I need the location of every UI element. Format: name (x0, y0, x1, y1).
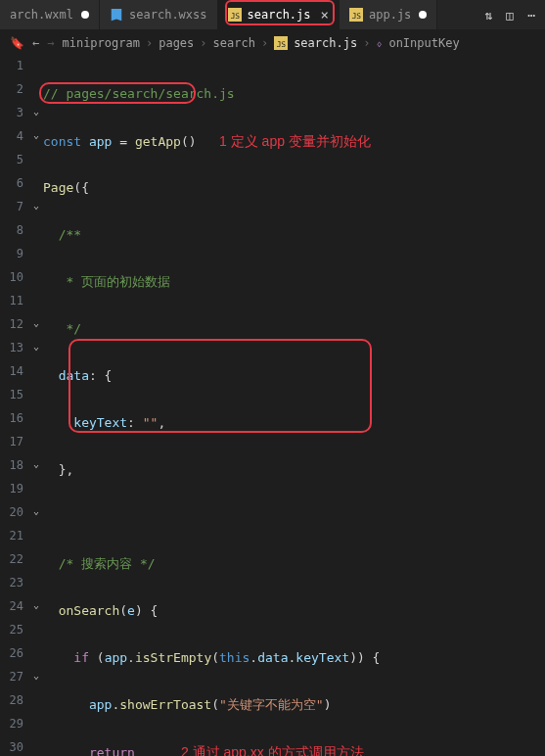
tab-search-wxss[interactable]: search.wxss (100, 0, 217, 29)
code-token: /** (59, 227, 81, 242)
modified-dot-icon (81, 11, 89, 19)
tab-label: search.js (248, 8, 311, 22)
breadcrumb-item[interactable]: onInputKey (388, 36, 459, 50)
chevron-down-icon[interactable]: ⌄ (29, 317, 43, 328)
tab-search-wxml[interactable]: arch.wxml (0, 0, 100, 29)
tab-bar: arch.wxml search.wxss JS search.js × JS … (0, 0, 545, 29)
code-token: data (257, 650, 288, 665)
annotation-text: 1 定义 app 变量并初始化 (219, 133, 371, 149)
js-file-icon: JS (274, 36, 288, 50)
code-token: showErrToast (119, 697, 211, 712)
svg-text:JS: JS (230, 12, 240, 21)
method-icon: ⬨ (376, 36, 383, 50)
code-token: getApp (135, 134, 181, 149)
breadcrumb-item[interactable]: search.js (294, 36, 357, 50)
code-token: */ (59, 321, 81, 336)
tab-app-js[interactable]: JS app.js (340, 0, 437, 29)
code-token: const (43, 134, 81, 149)
tab-label: search.wxss (129, 8, 206, 22)
breadcrumb-item[interactable]: miniprogram (62, 36, 139, 50)
chevron-down-icon[interactable]: ⌄ (29, 505, 43, 516)
chevron-down-icon[interactable]: ⌄ (29, 458, 43, 469)
code-token: * 页面的初始数据 (59, 274, 170, 289)
chevron-down-icon[interactable]: ⌄ (29, 341, 43, 352)
fold-gutter: ⌄ ⌄ ⌄ ⌄ ⌄ ⌄ ⌄ ⌄ ⌄ (29, 57, 43, 756)
svg-text:JS: JS (352, 12, 362, 21)
tab-label: app.js (369, 8, 411, 22)
code-token: isStrEmpty (135, 650, 211, 665)
chevron-down-icon[interactable]: ⌄ (29, 129, 43, 140)
css-file-icon (110, 8, 123, 22)
back-icon[interactable]: ← (32, 36, 39, 50)
tab-actions: ⇅ ◫ ⋯ (476, 0, 545, 29)
compare-icon[interactable]: ⇅ (485, 8, 493, 23)
annotation-text: 2 通过 app.xx 的方式调用方法 (181, 744, 364, 756)
line-gutter: 12345 678910 1112131415 1617181920 21222… (0, 57, 29, 756)
tab-label: arch.wxml (10, 8, 73, 22)
code-token: app (89, 134, 112, 149)
modified-dot-icon (419, 11, 427, 19)
code-editor[interactable]: 12345 678910 1112131415 1617181920 21222… (0, 57, 545, 756)
chevron-down-icon[interactable]: ⌄ (29, 670, 43, 681)
code-token: "" (143, 415, 159, 430)
code-token: e (127, 603, 135, 618)
js-file-icon: JS (228, 8, 242, 22)
code-token: app (89, 697, 112, 712)
code-token: // pages/search/search.js (43, 86, 235, 101)
code-token: onSearch (59, 603, 120, 618)
breadcrumb-item[interactable]: search (213, 36, 255, 50)
breadcrumb-item[interactable]: pages (159, 36, 194, 50)
code-token: return (89, 745, 135, 756)
code-token: "关键字不能为空" (219, 697, 324, 712)
close-icon[interactable]: × (321, 8, 329, 22)
breadcrumb[interactable]: miniprogram› pages› search› JS search.js… (62, 36, 459, 50)
breadcrumb-bar: 🔖 ← → miniprogram› pages› search› JS sea… (0, 29, 545, 57)
chevron-down-icon[interactable]: ⌄ (29, 599, 43, 610)
code-token: keyText (295, 650, 349, 665)
bookmark-icon[interactable]: 🔖 (10, 36, 24, 50)
svg-text:JS: JS (277, 40, 287, 49)
forward-icon[interactable]: → (47, 36, 54, 50)
js-file-icon: JS (349, 8, 363, 22)
chevron-down-icon[interactable]: ⌄ (29, 200, 43, 211)
code-token: Page (43, 180, 73, 195)
code-token: app (105, 650, 127, 665)
chevron-down-icon[interactable]: ⌄ (29, 106, 43, 117)
code-token: keyText (73, 415, 127, 430)
split-editor-icon[interactable]: ◫ (506, 8, 514, 23)
code-token: if (73, 650, 89, 665)
code-content[interactable]: // pages/search/search.js const app = ge… (43, 57, 545, 756)
code-token: data (59, 368, 89, 383)
code-token: this (219, 650, 250, 665)
tab-search-js[interactable]: JS search.js × (218, 0, 340, 29)
code-token: /* 搜索内容 */ (59, 556, 156, 571)
more-icon[interactable]: ⋯ (527, 8, 535, 23)
